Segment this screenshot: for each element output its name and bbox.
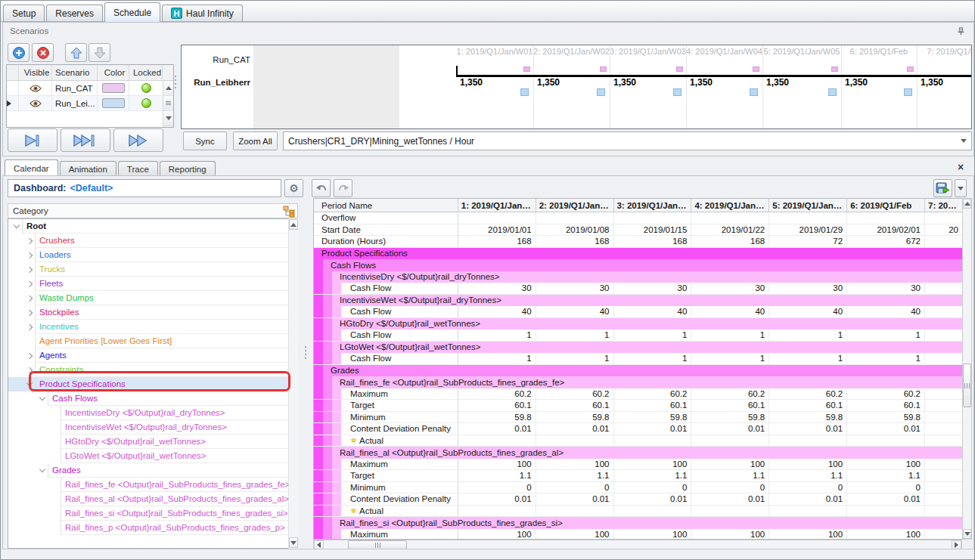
pin-icon[interactable] [954, 26, 967, 38]
value-cell[interactable]: 1.1 [847, 470, 925, 481]
tree-item[interactable]: Root [8, 219, 288, 234]
scroll-up-icon[interactable] [289, 219, 298, 230]
value-cell[interactable]: 40 [847, 306, 925, 317]
value-cell[interactable] [925, 529, 962, 540]
tree-item[interactable]: Rail_fines_si <Output}rail_SubProducts_f… [8, 506, 288, 521]
value-cell[interactable]: 59.8 [691, 412, 769, 423]
value-cell[interactable]: 100 [847, 459, 925, 470]
locked-indicator[interactable] [129, 81, 163, 95]
value-cell[interactable] [536, 435, 614, 447]
value-cell[interactable]: 0.01 [614, 493, 692, 505]
tree-view-icon[interactable] [283, 206, 295, 219]
value-cell[interactable]: 0.01 [847, 423, 925, 435]
value-cell[interactable] [769, 435, 847, 447]
tree-item[interactable]: HGtoDry <$/Output}rail_wetTonnes> [8, 435, 288, 449]
value-cell[interactable] [769, 506, 847, 517]
value-cell[interactable]: 60.1 [536, 400, 614, 411]
value-cell[interactable]: 1.1 [769, 470, 847, 481]
expander-icon[interactable] [24, 320, 35, 334]
band-label[interactable]: Rail_fines_si <Output}rail_SubProducts_f… [332, 517, 563, 529]
tree-item[interactable]: Rail_fines_fe <Output}rail_SubProducts_f… [8, 478, 288, 492]
close-icon[interactable]: × [955, 161, 967, 173]
value-cell[interactable]: 59.8 [614, 412, 692, 423]
value-cell[interactable]: 60.2 [614, 388, 692, 400]
expander-icon[interactable] [24, 234, 35, 248]
value-cell[interactable]: 0.01 [458, 423, 536, 435]
value-cell[interactable]: 1 [536, 330, 614, 341]
value-cell[interactable]: 1.1 [614, 470, 692, 481]
period-column-header[interactable]: 4: 2019/Q1/Jan/W04 [691, 199, 769, 212]
value-cell[interactable]: 2019/01/22 [691, 224, 769, 236]
panel-splitter[interactable] [175, 76, 176, 88]
value-cell[interactable]: 60.1 [691, 400, 769, 411]
period-column-header[interactable]: 1: 2019/Q1/Jan/W01 [458, 199, 536, 212]
tab-trace[interactable]: Trace [118, 161, 158, 176]
step-forward-button[interactable] [8, 128, 57, 152]
value-cell[interactable]: 1.1 [458, 470, 536, 481]
expander-icon[interactable] [24, 377, 35, 391]
run-to-end-button[interactable] [61, 128, 110, 152]
value-cell[interactable]: 1 [614, 330, 692, 341]
value-cell[interactable]: 60.2 [536, 388, 614, 400]
value-cell[interactable]: 1 [536, 353, 614, 364]
series-selector-dropdown[interactable]: Crushers|CR1_DRY|Mining_wetTonnes / Hour [283, 131, 972, 150]
value-cell[interactable] [691, 212, 769, 224]
value-cell[interactable]: 30 [458, 283, 536, 294]
band-label[interactable]: LGtoWet <$/Output}rail_wetTonnes> [332, 342, 480, 354]
value-cell[interactable]: 100 [847, 529, 925, 540]
scenario-row[interactable]: Run_Lei... [7, 96, 173, 111]
tree-item[interactable]: Fleets [8, 277, 288, 291]
value-cell[interactable] [925, 400, 962, 411]
tree-item[interactable]: Agent Priorities [Lower Goes First] [8, 334, 288, 348]
value-cell[interactable]: 59.8 [769, 412, 847, 423]
period-column-header[interactable]: 3: 2019/Q1/Jan/W03 [614, 199, 692, 212]
tree-item[interactable]: Loaders [8, 248, 288, 262]
value-cell[interactable] [614, 435, 692, 447]
value-cell[interactable]: 168 [691, 236, 769, 247]
value-cell[interactable]: 60.2 [458, 388, 536, 400]
column-locked[interactable]: Locked [129, 65, 163, 80]
value-cell[interactable] [925, 283, 962, 294]
expander-icon[interactable] [24, 363, 35, 377]
value-cell[interactable]: 0.01 [769, 423, 847, 435]
tree-item[interactable]: LGtoWet <$/Output}rail_wetTonnes> [8, 449, 288, 463]
scroll-down-icon[interactable] [289, 537, 298, 548]
tree-item[interactable]: Rail_fines_p <Output}rail_SubProducts_fi… [8, 521, 288, 535]
value-cell[interactable] [691, 435, 769, 447]
sync-button[interactable]: Sync [183, 131, 227, 150]
value-cell[interactable]: 1.1 [691, 470, 769, 481]
period-column-header[interactable]: 7: 2019/Q1/Feb [925, 199, 962, 212]
tree-item[interactable]: IncentiviseDry <$/Output}rail_dryTonnes> [8, 406, 288, 420]
period-name-header[interactable]: Period Name [314, 199, 458, 212]
locked-indicator[interactable] [129, 96, 163, 110]
scroll-grip[interactable] [163, 96, 173, 111]
expander-icon[interactable] [24, 291, 35, 305]
expander-icon[interactable] [11, 219, 22, 234]
value-cell[interactable]: 60.1 [458, 400, 536, 411]
period-column-header[interactable]: 2: 2019/Q1/Jan/W02 [536, 199, 614, 212]
table-vertical-scrollbar[interactable] [962, 198, 972, 540]
value-cell[interactable]: 2019/01/15 [614, 224, 692, 236]
value-cell[interactable]: 30 [691, 283, 769, 294]
band-label[interactable]: Product Specifications [314, 248, 408, 260]
value-cell[interactable]: 60.2 [847, 388, 925, 400]
scroll-up-icon[interactable] [963, 199, 971, 209]
expander-icon[interactable] [24, 277, 35, 291]
band-label[interactable]: Rail_fines_fe <Output}rail_SubProducts_f… [332, 376, 564, 388]
value-cell[interactable]: 30 [614, 283, 692, 294]
expander-icon[interactable] [37, 463, 48, 478]
value-cell[interactable]: 40 [691, 306, 769, 317]
value-cell[interactable]: 0 [614, 482, 692, 493]
value-cell[interactable] [925, 306, 962, 317]
tree-item[interactable]: Cash Flows [8, 391, 288, 406]
value-cell[interactable]: 59.8 [458, 412, 536, 423]
value-cell[interactable]: 100 [458, 459, 536, 470]
value-cell[interactable]: 0 [536, 482, 614, 493]
value-cell[interactable] [614, 212, 692, 224]
value-cell[interactable]: 0.01 [769, 493, 847, 505]
color-swatch[interactable] [98, 96, 129, 110]
tree-item[interactable]: Waste Dumps [8, 291, 288, 305]
value-cell[interactable] [458, 435, 536, 447]
value-cell[interactable]: 100 [614, 529, 692, 540]
value-cell[interactable]: 60.1 [769, 400, 847, 411]
